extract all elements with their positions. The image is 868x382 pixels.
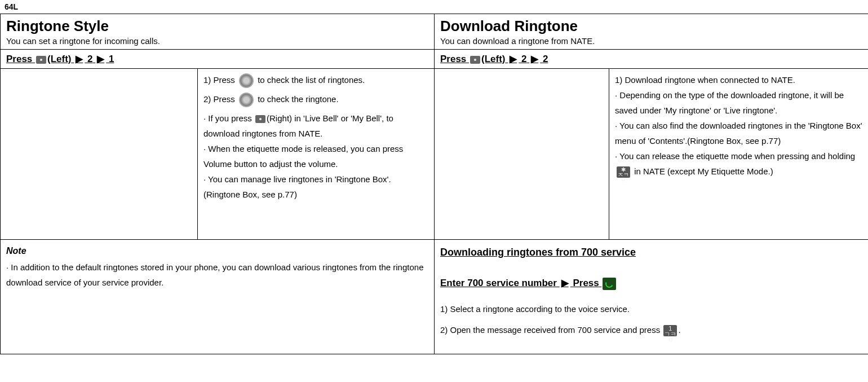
r-bullet3-a: · You can release the etiquette mode whe…: [615, 151, 855, 161]
cell-left-screenshot: [1, 69, 198, 240]
r-step2-a: 2) Open the message received from 700 se…: [440, 325, 662, 335]
star-key-icon: ✱ㅈㅋㅇ: [617, 166, 630, 178]
nav-key-icon: [239, 73, 254, 88]
press-num: 1: [109, 54, 114, 64]
one-key-icon: 1ㄱㅋㅇ: [663, 325, 677, 336]
call-key-icon: [603, 278, 616, 290]
step2-b: to check the ringtone.: [255, 94, 339, 104]
press-num: 2: [521, 54, 526, 64]
r-bullet2: · You can also find the downloaded ringt…: [615, 118, 862, 148]
note-text: · In addition to the default ringtones s…: [6, 260, 428, 290]
press-prefix: Press: [6, 54, 35, 64]
softkey-icon: [470, 56, 480, 64]
right-heading: Download Ringtone: [440, 17, 862, 35]
step1-a: 1) Press: [203, 75, 237, 85]
page-number: 64L: [0, 0, 868, 14]
arrow-icon: ▶: [531, 54, 538, 64]
r-step-2: 2) Open the message received from 700 se…: [440, 322, 862, 337]
bullet-1: · If you press (Right) in 'Live Bell' or…: [203, 111, 428, 141]
press-prefix: Press: [440, 54, 469, 64]
right-subhead: You can download a ringtone from NATE.: [440, 36, 862, 46]
press-num: 2: [543, 54, 548, 64]
arrow-icon: ▶: [510, 54, 517, 64]
step-2: 2) Press to check the ringtone.: [203, 91, 428, 107]
arrow-icon: ▶: [76, 54, 83, 64]
r-step2-b: .: [678, 325, 680, 335]
enter-line: Enter 700 service number ▶ Press: [440, 275, 862, 298]
step2-a: 2) Press: [203, 94, 237, 104]
r-step-1: 1) Select a ringtone according to the vo…: [440, 301, 862, 317]
step-1: 1) Press to check the list of ringtones.: [203, 72, 428, 88]
cell-right-700: Downloading ringtones from 700 service E…: [435, 240, 869, 354]
cell-left-steps: 1) Press to check the list of ringtones.…: [198, 69, 435, 240]
layout-table: Ringtone Style You can set a ringtone fo…: [0, 14, 868, 354]
bullet1-a: · If you press: [203, 113, 254, 123]
arrow-icon: ▶: [97, 54, 104, 64]
r-bullet3: · You can release the etiquette mode whe…: [615, 148, 862, 179]
bullet-3: · You can manage live ringtones in 'Ring…: [203, 172, 428, 202]
cell-right-heading: Download Ringtone You can download a rin…: [435, 14, 869, 50]
press-left-label: (Left): [47, 54, 71, 64]
right-press-line: Press (Left) ▶ 2 ▶ 2: [440, 54, 548, 64]
cell-left-note: Note · In addition to the default ringto…: [1, 240, 435, 354]
note-label: Note: [6, 243, 428, 260]
sub-heading-700: Downloading ringtones from 700 service: [440, 243, 636, 261]
press-left-label: (Left): [481, 54, 505, 64]
cell-right-screenshot: [435, 69, 609, 240]
cell-left-heading: Ringtone Style You can set a ringtone fo…: [1, 14, 435, 50]
softkey-icon: [255, 115, 265, 123]
arrow-icon: ▶: [561, 278, 569, 288]
cell-left-press: Press (Left) ▶ 2 ▶ 1: [1, 50, 435, 69]
r-bullet3-b: in NATE (except My Etiquette Mode.): [632, 166, 773, 176]
cell-right-press: Press (Left) ▶ 2 ▶ 2: [435, 50, 869, 69]
enter-b: Press: [573, 278, 601, 288]
cell-right-steps: 1) Download ringtone when connected to N…: [609, 69, 869, 240]
r-step1: 1) Download ringtone when connected to N…: [615, 72, 862, 87]
softkey-icon: [36, 56, 46, 64]
nav-key-icon: [239, 93, 254, 107]
press-num: 2: [87, 54, 92, 64]
left-press-line: Press (Left) ▶ 2 ▶ 1: [6, 54, 114, 64]
step1-b: to check the list of ringtones.: [255, 75, 365, 85]
enter-a: Enter 700 service number: [440, 278, 557, 288]
bullet-2: · When the etiquette mode is released, y…: [203, 141, 428, 172]
r-bullet1: · Depending on the type of the downloade…: [615, 87, 862, 118]
left-heading: Ringtone Style: [6, 17, 428, 35]
left-subhead: You can set a ringtone for incoming call…: [6, 36, 428, 46]
